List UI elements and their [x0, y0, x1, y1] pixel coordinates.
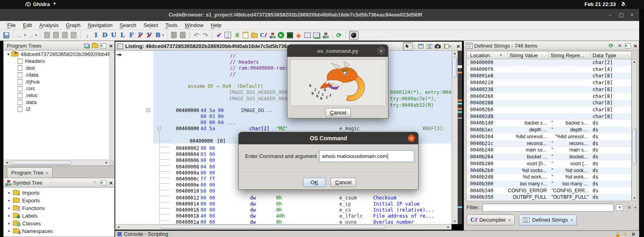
table-row[interactable]: 004000f0char[4]	[467, 66, 631, 73]
scroll-right-icon[interactable]: ►	[104, 161, 109, 164]
menu-navigation[interactable]: Navigation	[85, 21, 116, 29]
program-tree-item[interactable]: .rdata	[4, 71, 109, 78]
column-filter-icon[interactable]: ▼	[616, 204, 623, 211]
symbol-tree-item-imports[interactable]: ►Imports	[4, 189, 114, 197]
table-vscrollbar[interactable]: ▲ ▼	[632, 59, 637, 201]
label-icon[interactable]: L	[119, 31, 126, 39]
paste-copy-icon-1[interactable]	[43, 31, 51, 39]
decompiler-icon[interactable]: Cf	[260, 31, 267, 39]
disassemble-icon[interactable]: ↓	[83, 31, 91, 39]
forward-dropdown-icon[interactable]: ▾	[35, 33, 37, 37]
table-row[interactable]: 004002b0char[8]	[467, 106, 631, 113]
close-listing-icon[interactable]: ×	[456, 43, 460, 50]
program-tree-item[interactable]: .reloc	[4, 92, 109, 99]
instruction-info-icon[interactable]: I	[92, 31, 100, 39]
defined-strings-table[interactable]: 00400000char[2]004000f0char[4]004001e8ch…	[466, 59, 632, 201]
table-view-icon[interactable]	[304, 31, 312, 39]
table-row[interactable]: 0040b300too many r..."too many ...ds	[467, 181, 631, 187]
table-row[interactable]: 0040b2d8%d work,..."%d work...ds	[467, 174, 631, 181]
listing-vscrollbar[interactable]: ▲ ▼	[452, 51, 458, 224]
filter-options-icon[interactable]: ≡	[625, 204, 633, 211]
table-row[interactable]: 00400210char[8]	[467, 79, 631, 86]
collapse-icon[interactable]: −	[147, 108, 150, 112]
redo-icon[interactable]: ↷	[202, 31, 209, 39]
paste-copy-icon-3[interactable]	[61, 31, 68, 39]
menu-window[interactable]: Window	[182, 21, 206, 29]
diamond-marker-icon[interactable]: ◆	[295, 31, 303, 39]
vscroll-thumb[interactable]	[452, 57, 457, 78]
tab-defined-strings[interactable]: 0101DAT Defined Strings ×	[519, 214, 577, 225]
scroll-up-icon[interactable]: ▲	[632, 60, 637, 64]
program-tree-hscrollbar[interactable]: ◄ ►	[4, 160, 109, 165]
notes-icon[interactable]	[242, 31, 250, 39]
scroll-down-icon[interactable]: ▼	[452, 219, 458, 224]
data-type-manager-icon[interactable]	[251, 31, 258, 39]
tab-program-tree[interactable]: Program Tree ×	[7, 167, 53, 178]
save-icon[interactable]	[2, 31, 10, 39]
list-options-icon[interactable]: ≡	[616, 42, 623, 49]
notifications-muted-icon[interactable]	[620, 1, 626, 7]
column-header-data-type[interactable]: Data Type	[592, 52, 616, 58]
remove-variable-icon[interactable]: V	[145, 31, 153, 39]
menu-analysis[interactable]: Analysis	[36, 21, 62, 29]
program-tree-item[interactable]: Headers	[4, 58, 109, 64]
os-command-title-bar[interactable]: OS Command ×	[239, 132, 418, 144]
memory-map-icon[interactable]	[286, 31, 294, 39]
program-tree-item[interactable]: .l2	[4, 106, 109, 112]
table-row[interactable]: 004001e8char[8]	[467, 73, 631, 79]
refresh-icon[interactable]: ⟳	[607, 42, 615, 49]
expander-icon[interactable]: ►	[6, 229, 12, 233]
table-row[interactable]: 0040b2b0%d socks..."%d sock...ds	[467, 167, 631, 174]
program-tree-item[interactable]: .rsrc	[4, 85, 109, 92]
tab-decompiler[interactable]: Cf Decompiler ×	[466, 214, 515, 225]
panel-dropdown-icon[interactable]: ▾	[449, 44, 451, 48]
scroll-up-icon[interactable]: ▲	[452, 51, 458, 56]
byte-viewer-icon[interactable]: 1001	[224, 31, 232, 39]
paste-copy-icon-2[interactable]	[52, 31, 60, 39]
menu-edit[interactable]: Edit	[20, 21, 35, 29]
export-icon[interactable]	[100, 42, 107, 49]
command-input[interactable]: whois maliciousdomain.com	[319, 150, 414, 162]
vscroll-thumb[interactable]	[632, 128, 636, 164]
cancel-button[interactable]: Cancel	[325, 108, 351, 117]
table-row[interactable]: 00400000char[2]	[467, 59, 631, 66]
table-row[interactable]: 00400238char[8]	[467, 86, 631, 93]
console-panel-header[interactable]: Console - Scripting 🔒 ✎ ×	[115, 231, 639, 237]
diff-view-icon[interactable]	[417, 43, 425, 50]
symbol-tree-item-functions[interactable]: ►Functions	[4, 204, 114, 212]
expander-icon[interactable]: ►	[6, 214, 12, 218]
remove-function-icon[interactable]: F	[136, 31, 144, 39]
snapshot-camera-icon[interactable]	[434, 43, 442, 50]
symbol-tree-item-classes[interactable]: ►Classes	[4, 220, 114, 227]
menu-help[interactable]: Help	[207, 21, 225, 29]
tab-close-icon[interactable]: ×	[508, 218, 511, 222]
program-tree-item[interactable]: .data	[4, 99, 109, 106]
pencil-icon[interactable]: ✎	[623, 231, 627, 237]
expander-icon[interactable]: ►	[6, 222, 12, 225]
close-dialog-icon[interactable]: ×	[408, 135, 415, 142]
table-row[interactable]: 00400288char[8]	[467, 100, 631, 106]
scroll-left-icon[interactable]: ◄	[116, 225, 121, 229]
run-icon[interactable]: ▶	[277, 31, 285, 39]
menu-select[interactable]: Select	[140, 21, 161, 29]
program-tree-item[interactable]: .trjhua	[4, 78, 109, 85]
script-manager-icon[interactable]: S	[233, 31, 241, 39]
column-header-string-value[interactable]: String Value	[510, 52, 538, 58]
table-row[interactable]: 0040b350OUTBFF_FULL"OUTBFF_FULL"ds	[467, 194, 631, 201]
clear-flow-icon[interactable]	[179, 31, 187, 39]
lock-icon[interactable]: 🔒	[615, 231, 621, 237]
back-dropdown-icon[interactable]: ▾	[24, 33, 26, 37]
menu-tools[interactable]: Tools	[162, 21, 181, 29]
tab-close-icon[interactable]: ×	[570, 218, 573, 222]
listing-hscrollbar[interactable]: ◄ ►	[115, 224, 452, 230]
table-row[interactable]: 0040b1d0backet s..."backet s...ds	[467, 120, 631, 127]
hscroll-thumb[interactable]	[11, 161, 72, 165]
table-row[interactable]: 0040b21creconst..."recons...ds	[467, 140, 631, 147]
minimize-button[interactable]: –	[606, 11, 614, 19]
run-script-bomb-icon[interactable]: ✦	[349, 31, 359, 40]
validate-icon[interactable]: ✔	[215, 31, 223, 39]
expander-icon[interactable]: ►	[6, 199, 12, 202]
table-row[interactable]: 0040b204%6d unresol..."%6d unresol...ds	[467, 133, 631, 140]
menu-file[interactable]: File	[4, 21, 19, 29]
close-panel-icon[interactable]: ×	[109, 42, 113, 49]
